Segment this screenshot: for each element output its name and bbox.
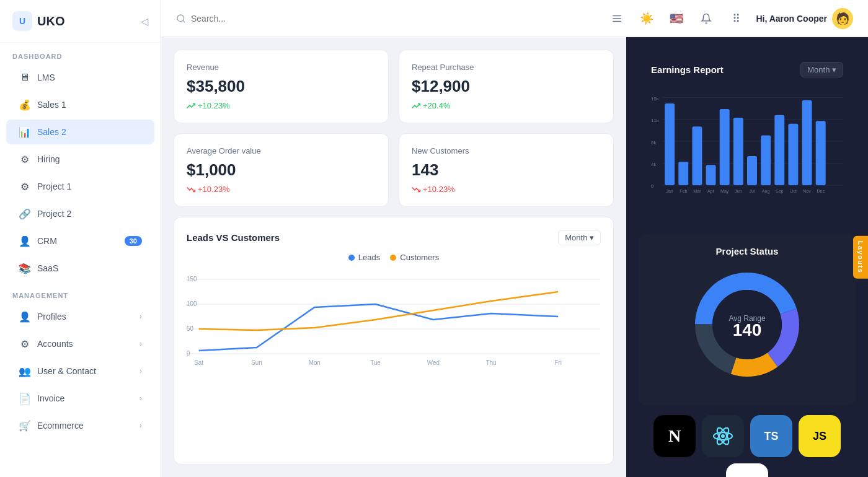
- section-label-dashboard: DASHBOARD: [0, 43, 161, 64]
- svg-text:Dec: Dec: [817, 189, 825, 194]
- sidebar-item-user-contact[interactable]: 👥 User & Contact ›: [6, 359, 154, 383]
- svg-text:Jun: Jun: [735, 189, 742, 194]
- stat-value: $35,800: [187, 77, 376, 96]
- ecommerce-chevron: ›: [140, 421, 142, 430]
- stat-value: $12,900: [412, 77, 601, 96]
- sidebar-item-sales2[interactable]: 📊 Sales 2: [6, 120, 154, 144]
- leads-chart-card: Leads VS Customers Month ▾ Leads Custome…: [174, 217, 614, 465]
- svg-rect-28: [692, 126, 702, 185]
- svg-text:Feb: Feb: [680, 189, 687, 194]
- svg-rect-31: [733, 118, 743, 185]
- svg-text:Thu: Thu: [486, 359, 497, 366]
- stat-change: +10.23%: [187, 185, 376, 194]
- hiring-icon: ⚙: [19, 153, 31, 165]
- stat-change: +10.23%: [412, 185, 601, 194]
- menu-icon[interactable]: [607, 9, 627, 28]
- tech-icon-ts: TS: [750, 415, 792, 457]
- svg-text:Sun: Sun: [251, 359, 262, 366]
- svg-rect-30: [720, 109, 730, 185]
- svg-text:0: 0: [187, 350, 190, 357]
- sidebar-item-saas[interactable]: 📚 SaaS: [6, 256, 154, 281]
- sidebar-item-accounts[interactable]: ⚙ Accounts ›: [6, 331, 154, 356]
- sidebar-item-label: CRM: [37, 236, 125, 246]
- stat-card-revenue: Revenue $35,800 +10.23%: [174, 50, 389, 123]
- tech-icon-react: [702, 415, 744, 457]
- stat-label: New Customers: [412, 146, 601, 155]
- saas-icon: 📚: [19, 262, 31, 274]
- trend-down-icon: [412, 185, 420, 194]
- stat-card-repeat-purchase: Repeat Purchase $12,900 +20.4%: [399, 50, 614, 123]
- logo-text: UKO: [37, 14, 64, 28]
- sidebar-item-hiring[interactable]: ⚙ Hiring: [6, 147, 154, 172]
- sidebar: U UKO ◁ DASHBOARD 🖥 LMS 💰 Sales 1 📊 Sale…: [0, 0, 161, 477]
- project2-icon: 🔗: [19, 208, 31, 220]
- search-box: [176, 14, 607, 24]
- stat-label: Revenue: [187, 63, 376, 72]
- sidebar-item-project2[interactable]: 🔗 Project 2: [6, 201, 154, 226]
- svg-point-0: [177, 15, 184, 22]
- grid-icon[interactable]: ⠿: [726, 9, 746, 28]
- svg-text:Mar: Mar: [693, 189, 701, 194]
- stat-change: +20.4%: [412, 101, 601, 110]
- leads-dropdown[interactable]: Month ▾: [558, 230, 601, 245]
- chart-legend: Leads Customers: [187, 253, 601, 262]
- user-contact-chevron: ›: [140, 367, 142, 375]
- sidebar-item-label: LMS: [37, 72, 142, 82]
- sidebar-item-label: Hiring: [37, 154, 142, 164]
- sidebar-item-profiles[interactable]: 👤 Profiles ›: [6, 304, 154, 329]
- search-input[interactable]: [191, 14, 315, 24]
- earnings-report-card: Earnings Report Month ▾ 15k 11k 8k 4k 0: [639, 50, 856, 224]
- invoice-chevron: ›: [140, 394, 142, 403]
- user-contact-icon: 👥: [19, 365, 31, 377]
- svg-text:8k: 8k: [651, 140, 656, 146]
- sidebar-item-project1[interactable]: ⚙ Project 1: [6, 174, 154, 199]
- svg-text:11k: 11k: [651, 118, 659, 123]
- svg-point-58: [721, 434, 725, 438]
- project-status-title: Project Status: [651, 246, 843, 256]
- svg-rect-26: [665, 103, 675, 185]
- accounts-icon: ⚙: [19, 338, 31, 350]
- theme-icon[interactable]: ☀️: [637, 9, 657, 28]
- trend-up-icon: [187, 102, 195, 110]
- crm-icon: 👤: [19, 235, 31, 247]
- donut-chart: Avg Range 140: [651, 269, 843, 380]
- trend-up-icon: [412, 102, 420, 110]
- earnings-dropdown[interactable]: Month ▾: [800, 62, 843, 77]
- svg-text:Nov: Nov: [803, 189, 811, 194]
- react-icon: [712, 425, 734, 447]
- line-chart: 0 50 100 150 Sat Sun Mon Tue Wed Thu Fri: [187, 267, 601, 366]
- earnings-title: Earnings Report: [651, 64, 724, 75]
- svg-text:Fri: Fri: [555, 359, 562, 366]
- sidebar-item-lms[interactable]: 🖥 LMS: [6, 65, 154, 90]
- sidebar-item-sales1[interactable]: 💰 Sales 1: [6, 92, 154, 117]
- sidebar-item-ecommerce[interactable]: 🛒 Ecommerce ›: [6, 413, 154, 438]
- svg-text:Jan: Jan: [666, 189, 673, 194]
- svg-text:Tue: Tue: [370, 359, 381, 366]
- svg-rect-34: [774, 115, 784, 185]
- sidebar-item-invoice[interactable]: 📄 Invoice ›: [6, 386, 154, 411]
- tech-icon-figma: [726, 463, 768, 477]
- svg-rect-27: [678, 162, 688, 185]
- layouts-tab[interactable]: Layouts: [853, 236, 868, 279]
- stat-label: Average Order value: [187, 146, 376, 155]
- sidebar-item-label: Project 2: [37, 209, 142, 219]
- stat-value: $1,000: [187, 160, 376, 180]
- sidebar-item-label: User & Contact: [37, 366, 140, 376]
- user-info[interactable]: Hi, Aaron Cooper 🧑: [756, 8, 853, 29]
- card-header: Earnings Report Month ▾: [651, 62, 843, 77]
- svg-text:Aug: Aug: [762, 189, 770, 194]
- collapse-button[interactable]: ◁: [141, 15, 148, 27]
- svg-text:100: 100: [187, 300, 197, 307]
- svg-text:Mon: Mon: [309, 359, 321, 366]
- svg-rect-35: [788, 124, 798, 185]
- bell-icon[interactable]: [696, 9, 716, 28]
- tech-icon-next: N: [653, 415, 696, 457]
- flag-icon[interactable]: 🇺🇸: [666, 9, 686, 28]
- sidebar-item-crm[interactable]: 👤 CRM 30: [6, 229, 154, 253]
- stat-value: 143: [412, 160, 601, 180]
- stats-row: Revenue $35,800 +10.23% Repeat Purchase …: [174, 50, 614, 207]
- stat-card-new-customers: New Customers 143 +10.23%: [399, 133, 614, 207]
- crm-badge: 30: [125, 236, 142, 246]
- sidebar-item-label: Sales 2: [37, 127, 142, 137]
- sidebar-item-label: Profiles: [37, 312, 140, 322]
